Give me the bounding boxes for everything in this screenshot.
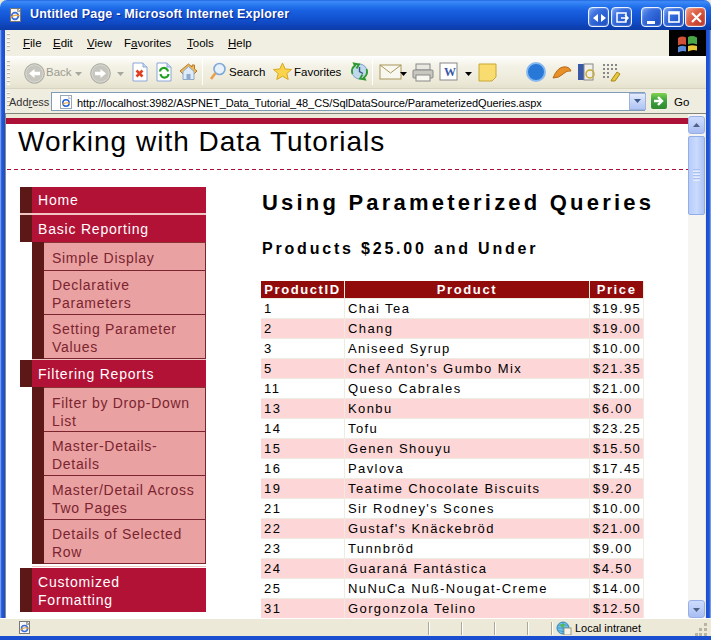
svg-text:W: W xyxy=(444,65,456,79)
